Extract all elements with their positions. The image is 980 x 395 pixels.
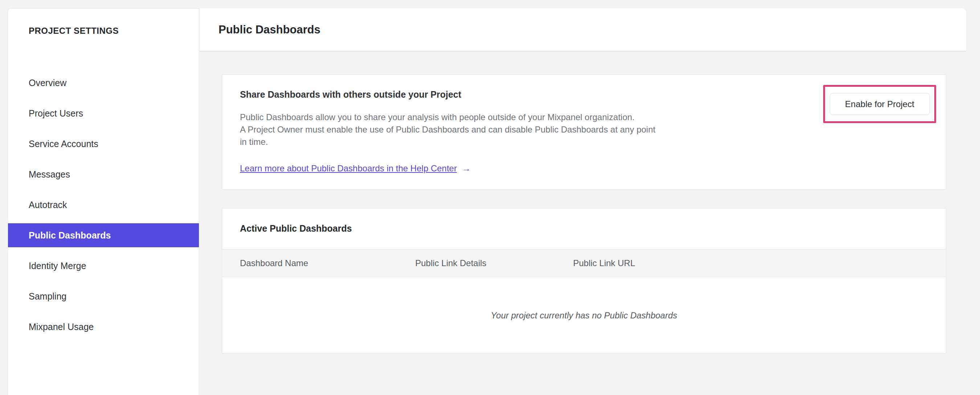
dashboards-table-header: Dashboard Name Public Link Details Publi… xyxy=(222,249,946,277)
column-header-public-link-details: Public Link Details xyxy=(415,249,486,277)
sidebar-title: PROJECT SETTINGS xyxy=(8,9,199,36)
page-header: Public Dashboards xyxy=(200,8,966,51)
active-dashboards-card: Active Public Dashboards Dashboard Name … xyxy=(222,208,946,354)
page-title: Public Dashboards xyxy=(218,23,320,36)
sidebar-item-mixpanel-usage[interactable]: Mixpanel Usage xyxy=(8,315,199,339)
description-line: Public Dashboards allow you to share you… xyxy=(240,111,655,123)
enable-for-project-button[interactable]: Enable for Project xyxy=(830,93,930,115)
sidebar-item-label: Messages xyxy=(29,169,70,180)
help-link-row: Learn more about Public Dashboards in th… xyxy=(240,163,471,174)
sidebar-item-label: Sampling xyxy=(29,291,67,302)
sidebar-item-service-accounts[interactable]: Service Accounts xyxy=(8,132,199,156)
project-settings-page: PROJECT SETTINGS Overview Project Users … xyxy=(0,0,980,395)
active-card-heading: Active Public Dashboards xyxy=(240,223,352,234)
help-center-link[interactable]: Learn more about Public Dashboards in th… xyxy=(240,163,457,174)
empty-state-row: Your project currently has no Public Das… xyxy=(222,277,946,354)
column-header-public-link-url: Public Link URL xyxy=(573,249,635,277)
description-line: A Project Owner must enable the use of P… xyxy=(240,123,655,136)
description-line: in time. xyxy=(240,136,655,148)
sidebar-item-project-users[interactable]: Project Users xyxy=(8,101,199,125)
sidebar-item-label: Project Users xyxy=(29,108,83,119)
sidebar-item-label: Service Accounts xyxy=(29,139,99,149)
sidebar-item-label: Mixpanel Usage xyxy=(29,322,94,332)
sidebar-item-public-dashboards[interactable]: Public Dashboards xyxy=(8,223,199,247)
empty-state-message: Your project currently has no Public Das… xyxy=(491,311,677,320)
sidebar-item-label: Overview xyxy=(29,78,67,88)
share-card-description: Public Dashboards allow you to share you… xyxy=(240,111,655,148)
sidebar-item-sampling[interactable]: Sampling xyxy=(8,284,199,308)
sidebar-item-label: Autotrack xyxy=(29,200,67,210)
share-dashboards-card: Share Dashboards with others outside you… xyxy=(222,75,946,190)
sidebar-item-overview[interactable]: Overview xyxy=(8,71,199,95)
main-content: Share Dashboards with others outside you… xyxy=(200,52,980,395)
sidebar-item-label: Public Dashboards xyxy=(29,230,111,241)
sidebar-item-label: Identity Merge xyxy=(29,261,86,271)
sidebar-item-autotrack[interactable]: Autotrack xyxy=(8,193,199,217)
share-card-heading: Share Dashboards with others outside you… xyxy=(240,89,461,100)
annotation-highlight-box: Enable for Project xyxy=(823,85,936,123)
arrow-right-icon: → xyxy=(462,163,471,174)
sidebar-item-identity-merge[interactable]: Identity Merge xyxy=(8,254,199,278)
column-header-dashboard-name: Dashboard Name xyxy=(240,249,308,277)
sidebar-nav: Overview Project Users Service Accounts … xyxy=(8,71,199,345)
sidebar-item-messages[interactable]: Messages xyxy=(8,162,199,186)
settings-sidebar: PROJECT SETTINGS Overview Project Users … xyxy=(8,8,199,395)
